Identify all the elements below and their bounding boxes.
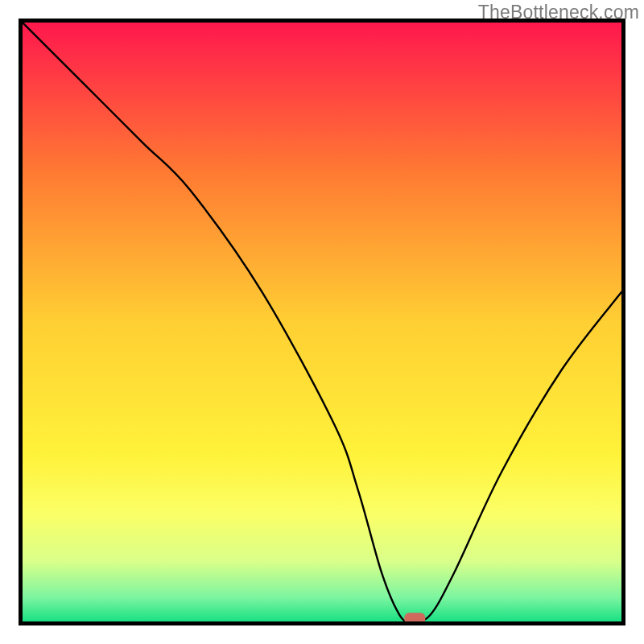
chart-frame: TheBottleneck.com	[0, 0, 644, 644]
watermark-text: TheBottleneck.com	[478, 2, 639, 23]
bottleneck-chart	[0, 0, 644, 644]
